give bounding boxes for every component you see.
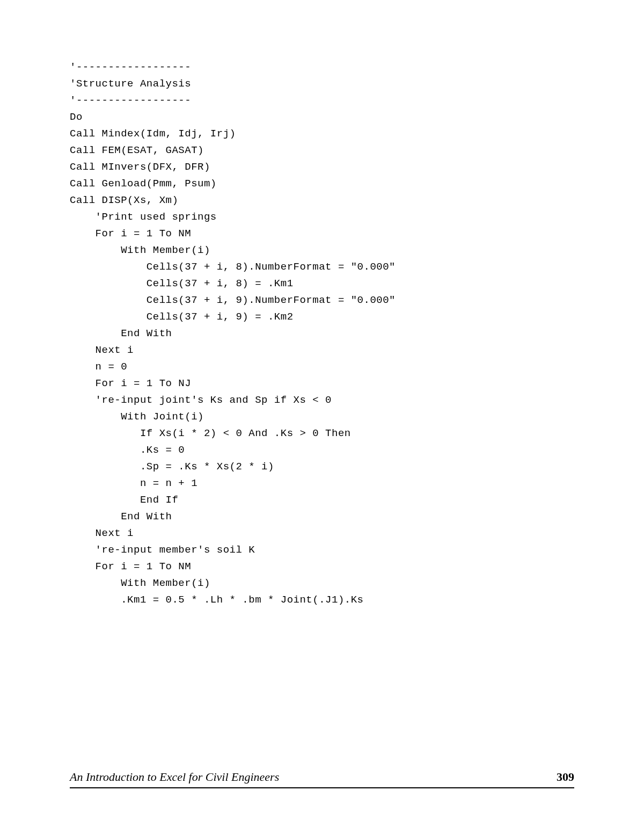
code-line: 're-input member's soil K	[70, 542, 574, 559]
code-line: End With	[70, 325, 574, 342]
code-line: With Joint(i)	[70, 409, 574, 425]
code-line: Do	[70, 109, 574, 126]
code-line: Cells(37 + i, 9) = .Km2	[70, 309, 574, 325]
code-line: 'Print used springs	[70, 209, 574, 226]
code-line: Next i	[70, 342, 574, 359]
code-line: .Sp = .Ks * Xs(2 * i)	[70, 459, 574, 475]
code-line: For i = 1 To NM	[70, 226, 574, 242]
code-line: Call Mindex(Idm, Idj, Irj)	[70, 126, 574, 142]
code-line: For i = 1 To NM	[70, 559, 574, 575]
code-line: '------------------	[70, 59, 574, 76]
code-line: End If	[70, 492, 574, 509]
code-line: .Ks = 0	[70, 442, 574, 459]
code-line: Cells(37 + i, 8) = .Km1	[70, 275, 574, 292]
footer-book-title: An Introduction to Excel for Civil Engin…	[70, 770, 279, 784]
code-line: End With	[70, 509, 574, 525]
code-line: Call FEM(ESAT, GASAT)	[70, 142, 574, 159]
code-line: '------------------	[70, 92, 574, 109]
page-footer: An Introduction to Excel for Civil Engin…	[70, 770, 574, 788]
code-line: 're-input joint's Ks and Sp if Xs < 0	[70, 392, 574, 409]
code-line: With Member(i)	[70, 575, 574, 592]
code-line: 'Structure Analysis	[70, 76, 574, 92]
code-line: Cells(37 + i, 8).NumberFormat = "0.000"	[70, 259, 574, 275]
footer-page-number: 309	[557, 770, 574, 784]
page-content: '------------------ 'Structure Analysis …	[0, 0, 644, 608]
code-line: Cells(37 + i, 9).NumberFormat = "0.000"	[70, 292, 574, 309]
code-line: n = n + 1	[70, 475, 574, 492]
code-line: Next i	[70, 525, 574, 542]
code-line: Call DISP(Xs, Xm)	[70, 192, 574, 209]
code-line: For i = 1 To NJ	[70, 375, 574, 392]
code-line: .Km1 = 0.5 * .Lh * .bm * Joint(.J1).Ks	[70, 592, 574, 608]
code-line: With Member(i)	[70, 242, 574, 259]
code-line: n = 0	[70, 359, 574, 375]
code-line: Call MInvers(DFX, DFR)	[70, 159, 574, 176]
code-line: If Xs(i * 2) < 0 And .Ks > 0 Then	[70, 425, 574, 442]
code-line: Call Genload(Pmm, Psum)	[70, 176, 574, 192]
